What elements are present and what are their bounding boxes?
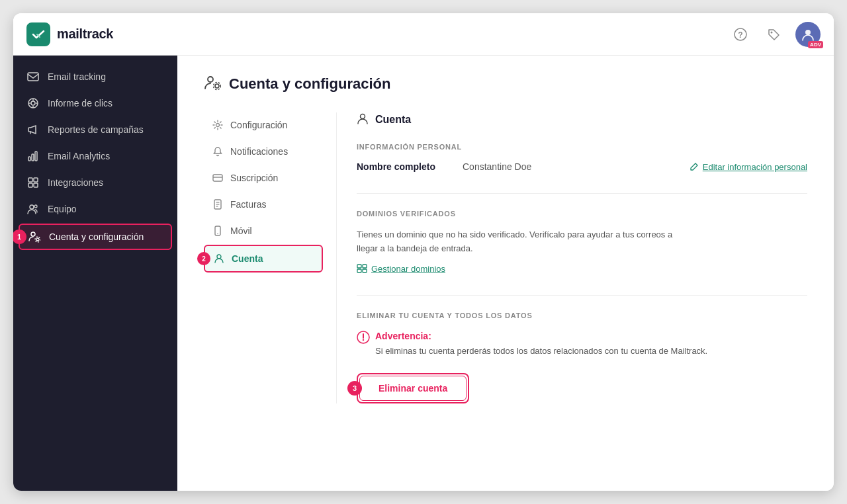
avatar-button[interactable]: ADV bbox=[795, 22, 821, 47]
svg-rect-27 bbox=[213, 175, 222, 181]
manage-domains-link[interactable]: Gestionar dominios bbox=[357, 264, 807, 274]
settings-nav-label-facturas: Facturas bbox=[230, 199, 266, 210]
sidebar-item-email-tracking[interactable]: Email tracking bbox=[13, 63, 177, 90]
svg-rect-15 bbox=[34, 178, 38, 182]
settings-nav-suscripcion[interactable]: Suscripción bbox=[204, 165, 323, 190]
edit-personal-info-link[interactable]: Editar información personal bbox=[690, 162, 807, 172]
sidebar-item-reportes-campanas[interactable]: Reportes de campañas bbox=[13, 116, 177, 143]
svg-rect-11 bbox=[28, 157, 30, 161]
account-section-title: Cuenta bbox=[375, 114, 411, 126]
warning-content: Advertencia: Si eliminas tu cuenta perde… bbox=[375, 330, 707, 358]
sidebar-item-cuenta-configuracion[interactable]: 1 Cuenta y configuración bbox=[19, 224, 172, 250]
settings-nav-label-notificaciones: Notificaciones bbox=[230, 146, 288, 157]
personal-info-section: INFORMACIÓN PERSONAL Nombre completo Con… bbox=[357, 143, 807, 172]
sidebar-label-informe-clics: Informe de clics bbox=[48, 98, 112, 108]
settings-nav-label-cuenta: Cuenta bbox=[232, 253, 263, 264]
svg-point-34 bbox=[217, 233, 218, 235]
sidebar-item-informe-clics[interactable]: Informe de clics bbox=[13, 90, 177, 116]
account-section-icon bbox=[357, 112, 369, 127]
settings-content: Cuenta INFORMACIÓN PERSONAL Nombre compl… bbox=[336, 112, 807, 403]
svg-rect-4 bbox=[28, 73, 38, 81]
svg-point-18 bbox=[30, 205, 34, 209]
logo-area: mailtrack bbox=[26, 22, 113, 46]
settings-nav-cuenta[interactable]: 2 Cuenta bbox=[204, 245, 323, 273]
sidebar-label-cuenta-configuracion: Cuenta y configuración bbox=[49, 231, 144, 242]
topbar: mailtrack ? ADV bbox=[13, 13, 834, 56]
person-nav-icon bbox=[213, 253, 225, 265]
delete-account-button[interactable]: Eliminar cuenta bbox=[359, 376, 467, 401]
settings-nav-configuracion[interactable]: Configuración bbox=[204, 112, 323, 138]
chart-icon bbox=[26, 149, 40, 163]
megaphone-icon bbox=[26, 123, 40, 136]
sidebar-label-reportes-campanas: Reportes de campañas bbox=[48, 124, 144, 135]
sidebar-label-email-tracking: Email tracking bbox=[48, 71, 106, 82]
bell-nav-icon bbox=[212, 146, 224, 157]
sidebar-item-equipo[interactable]: Equipo bbox=[13, 196, 177, 222]
warning-desc: Si eliminas tu cuenta perderás todos los… bbox=[375, 345, 707, 358]
app-window: mailtrack ? ADV bbox=[13, 13, 834, 491]
svg-rect-13 bbox=[35, 151, 37, 161]
domains-label: DOMINIOS VERIFICADOS bbox=[357, 210, 807, 218]
settings-nav-movil[interactable]: Móvil bbox=[204, 218, 323, 243]
full-name-label: Nombre completo bbox=[357, 161, 449, 172]
account-section-header: Cuenta bbox=[357, 112, 807, 127]
warning-icon bbox=[357, 331, 370, 347]
grid-icon bbox=[26, 176, 40, 189]
tag-button[interactable] bbox=[762, 23, 785, 46]
svg-point-23 bbox=[208, 77, 213, 82]
svg-point-19 bbox=[34, 205, 37, 208]
svg-point-36 bbox=[361, 114, 365, 119]
cursor-icon bbox=[26, 97, 40, 110]
delete-btn-wrapper: 3 Eliminar cuenta bbox=[357, 373, 469, 403]
svg-rect-12 bbox=[32, 154, 34, 161]
envelope-icon bbox=[26, 70, 40, 83]
svg-point-35 bbox=[217, 255, 221, 259]
settings-nav-label-configuracion: Configuración bbox=[230, 120, 287, 130]
settings-nav-label-suscripcion: Suscripción bbox=[230, 173, 278, 183]
users-icon bbox=[26, 202, 40, 216]
page-header: Cuenta y configuración bbox=[204, 74, 807, 94]
settings-nav-label-movil: Móvil bbox=[230, 226, 252, 236]
sidebar: Email tracking Informe de clics bbox=[13, 56, 177, 491]
person-gear-icon bbox=[28, 230, 41, 243]
svg-point-22 bbox=[35, 237, 40, 242]
svg-point-21 bbox=[36, 238, 39, 241]
svg-point-24 bbox=[215, 84, 219, 88]
page-title: Cuenta y configuración bbox=[229, 75, 390, 93]
svg-point-2 bbox=[771, 31, 773, 33]
sidebar-label-integraciones: Integraciones bbox=[48, 177, 103, 188]
svg-point-43 bbox=[363, 339, 364, 340]
credit-card-nav-icon bbox=[212, 172, 224, 184]
svg-point-3 bbox=[805, 30, 811, 35]
settings-layout: Configuración Notificaciones bbox=[204, 112, 807, 403]
sidebar-badge-1: 1 bbox=[13, 230, 26, 244]
svg-rect-37 bbox=[357, 265, 361, 268]
svg-rect-38 bbox=[363, 265, 367, 268]
divider-2 bbox=[357, 295, 807, 296]
full-name-row: Nombre completo Constantine Doe Editar i… bbox=[357, 161, 807, 172]
main-area: Email tracking Informe de clics bbox=[13, 56, 834, 491]
sidebar-label-equipo: Equipo bbox=[48, 204, 77, 214]
page-header-icon bbox=[204, 74, 221, 94]
svg-point-25 bbox=[214, 83, 221, 90]
avatar-badge: ADV bbox=[808, 41, 823, 48]
delete-section-label: ELIMINAR TU CUENTA Y TODOS LOS DATOS bbox=[357, 312, 807, 319]
settings-nav-facturas[interactable]: Facturas bbox=[204, 192, 323, 217]
document-nav-icon bbox=[212, 198, 224, 210]
settings-nav-notificaciones[interactable]: Notificaciones bbox=[204, 139, 323, 164]
domains-section: DOMINIOS VERIFICADOS Tienes un dominio q… bbox=[357, 210, 807, 274]
logo-icon bbox=[26, 22, 50, 46]
sidebar-item-email-analytics[interactable]: Email Analytics bbox=[13, 143, 177, 169]
warning-title: Advertencia: bbox=[375, 331, 431, 341]
mobile-nav-icon bbox=[212, 225, 224, 237]
svg-text:?: ? bbox=[738, 30, 742, 39]
sidebar-item-integraciones[interactable]: Integraciones bbox=[13, 169, 177, 196]
delete-badge-3: 3 bbox=[347, 381, 362, 396]
help-button[interactable]: ? bbox=[729, 23, 752, 46]
gear-nav-icon bbox=[212, 119, 224, 131]
main-content: Cuenta y configuración Configuración bbox=[177, 56, 834, 491]
domains-description: Tienes un dominio que no ha sido verific… bbox=[357, 228, 674, 256]
delete-account-section: ELIMINAR TU CUENTA Y TODOS LOS DATOS bbox=[357, 312, 807, 404]
svg-rect-39 bbox=[357, 269, 361, 273]
svg-point-6 bbox=[31, 101, 35, 105]
